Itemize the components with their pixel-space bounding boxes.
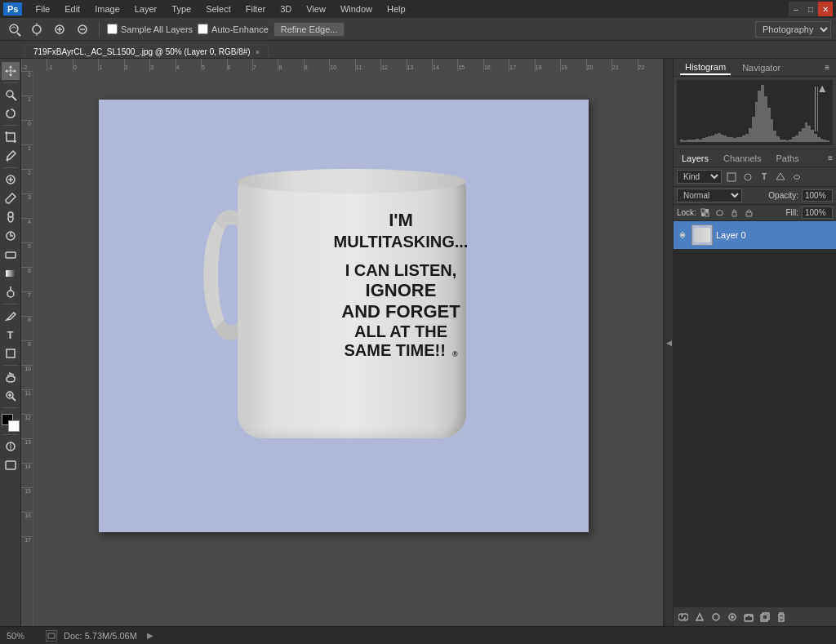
tab-close-button[interactable]: ×	[256, 48, 260, 56]
adjustment-layer-button[interactable]	[726, 611, 739, 624]
eraser-tool[interactable]	[2, 246, 20, 264]
menu-type[interactable]: Type	[165, 2, 198, 16]
add-layer-style-button[interactable]	[693, 611, 706, 624]
move-tool[interactable]	[2, 62, 20, 80]
brush-tool[interactable]	[2, 189, 20, 207]
zoom-tool[interactable]	[2, 387, 20, 405]
menu-help[interactable]: Help	[380, 2, 412, 16]
layer-filter-adj-btn[interactable]	[741, 171, 754, 184]
document-canvas[interactable]: I'M MULTITASKING... I CAN LISTEN, IGNORE…	[99, 100, 589, 532]
menu-view[interactable]: View	[300, 2, 332, 16]
mug-line-6: ALL AT THE	[303, 322, 499, 341]
link-layers-button[interactable]	[677, 611, 690, 624]
layer-item-0[interactable]: Layer 0	[674, 221, 836, 249]
lasso-tool[interactable]	[2, 104, 20, 122]
gradient-tool[interactable]	[2, 264, 20, 282]
histogram-panel-close[interactable]: ≡	[825, 63, 829, 72]
zoom-fit-icon[interactable]	[46, 630, 57, 642]
window-controls: – □ ✕	[789, 2, 833, 16]
maximize-button[interactable]: □	[803, 2, 818, 16]
add-icon[interactable]	[51, 20, 69, 38]
menu-select[interactable]: Select	[199, 2, 238, 16]
fill-input[interactable]	[802, 207, 833, 219]
type-tool[interactable]: T	[2, 326, 20, 344]
minimize-button[interactable]: –	[789, 2, 803, 16]
refine-edge-button[interactable]: Refine Edge...	[273, 22, 345, 37]
svg-rect-31	[701, 209, 705, 212]
layer-visibility-toggle[interactable]	[677, 229, 688, 241]
screen-mode-button[interactable]	[2, 456, 20, 474]
sample-all-layers-label[interactable]: Sample All Layers	[107, 24, 193, 34]
auto-enhance-label[interactable]: Auto-Enhance	[198, 24, 269, 34]
brush-size-icon[interactable]	[28, 20, 46, 38]
delete-layer-button[interactable]	[775, 611, 788, 624]
subtract-icon[interactable]	[73, 20, 91, 38]
svg-rect-35	[732, 212, 736, 216]
quick-mask-button[interactable]	[2, 437, 20, 455]
ruler-v-mark-18: 16	[21, 512, 33, 536]
new-layer-button[interactable]	[758, 611, 772, 624]
zoom-level: 50%	[7, 631, 39, 641]
ruler-mark-18: 16	[483, 59, 509, 71]
crop-tool[interactable]	[2, 128, 20, 146]
layers-panel-menu[interactable]: ≡	[828, 153, 833, 162]
shape-tool[interactable]	[2, 344, 20, 362]
lock-image-btn[interactable]	[714, 207, 726, 219]
ruler-v-mark-0: 2	[21, 71, 33, 95]
sample-all-layers-checkbox[interactable]	[107, 24, 118, 34]
layer-kind-select[interactable]: Kind	[677, 170, 722, 184]
layers-tab[interactable]: Layers	[677, 152, 714, 165]
navigator-tab[interactable]: Navigator	[737, 61, 785, 74]
ruler-v-mark-5: 3	[21, 193, 33, 218]
ruler-mark-3: 1	[98, 59, 123, 71]
svg-rect-18	[6, 252, 16, 258]
layer-filter-smart-btn[interactable]	[790, 171, 803, 184]
lock-transparent-btn[interactable]	[700, 207, 711, 219]
ruler-mark-24: 22	[638, 59, 663, 71]
pen-tool[interactable]	[2, 307, 20, 325]
layer-filter-shape-btn[interactable]	[774, 171, 787, 184]
right-collapse-strip[interactable]: ◀	[663, 59, 673, 626]
toolbar-separator-6	[3, 407, 18, 408]
menu-window[interactable]: Window	[334, 2, 379, 16]
document-tab[interactable]: 719FxBAyrCL._AC_SL1500_.jpg @ 50% (Layer…	[24, 45, 269, 58]
quick-select-tool-icon[interactable]	[5, 20, 23, 38]
workspace-select[interactable]: Photography	[755, 21, 831, 38]
lock-all-btn[interactable]	[744, 207, 755, 219]
histogram-tab[interactable]: Histogram	[680, 60, 731, 75]
channels-tab[interactable]: Channels	[718, 152, 766, 165]
group-layers-button[interactable]	[742, 611, 755, 624]
quick-select-tool[interactable]	[2, 86, 20, 104]
layer-filter-pixel-btn[interactable]	[725, 171, 738, 184]
eyedropper-tool[interactable]	[2, 147, 20, 165]
blend-mode-select[interactable]: Normal	[677, 189, 742, 202]
auto-enhance-checkbox[interactable]	[198, 24, 208, 34]
dodge-tool[interactable]	[2, 283, 20, 301]
status-arrow-button[interactable]: ▶	[147, 631, 153, 640]
histogram-panel-header: Histogram Navigator ≡	[674, 59, 836, 77]
paths-tab[interactable]: Paths	[772, 152, 804, 165]
tab-bar: 719FxBAyrCL._AC_SL1500_.jpg @ 50% (Layer…	[0, 41, 836, 59]
menu-file[interactable]: File	[29, 2, 56, 16]
clone-stamp-tool[interactable]	[2, 208, 20, 226]
menu-filter[interactable]: Filter	[239, 2, 272, 16]
ruler-v-mark-6: 4	[21, 218, 33, 242]
add-mask-button[interactable]	[709, 611, 723, 624]
mug-line-2: MULTITASKING...	[303, 233, 499, 251]
mug-text: I'M MULTITASKING... I CAN LISTEN, IGNORE…	[303, 210, 499, 360]
background-color[interactable]	[8, 420, 20, 432]
close-button[interactable]: ✕	[818, 2, 833, 16]
menu-3d[interactable]: 3D	[273, 2, 298, 16]
menu-edit[interactable]: Edit	[58, 2, 87, 16]
foreground-background-colors[interactable]	[2, 414, 20, 432]
layer-filter-type-btn[interactable]: T	[758, 171, 771, 184]
hand-tool[interactable]	[2, 368, 20, 386]
opacity-input[interactable]	[802, 189, 833, 202]
menu-image[interactable]: Image	[88, 2, 127, 16]
svg-rect-19	[6, 270, 16, 277]
spot-healing-tool[interactable]	[2, 171, 20, 189]
menu-layer[interactable]: Layer	[128, 2, 164, 16]
canvas-scroll-area[interactable]: I'M MULTITASKING... I CAN LISTEN, IGNORE…	[33, 71, 663, 626]
history-brush-tool[interactable]	[2, 227, 20, 245]
lock-position-btn[interactable]	[729, 207, 740, 219]
